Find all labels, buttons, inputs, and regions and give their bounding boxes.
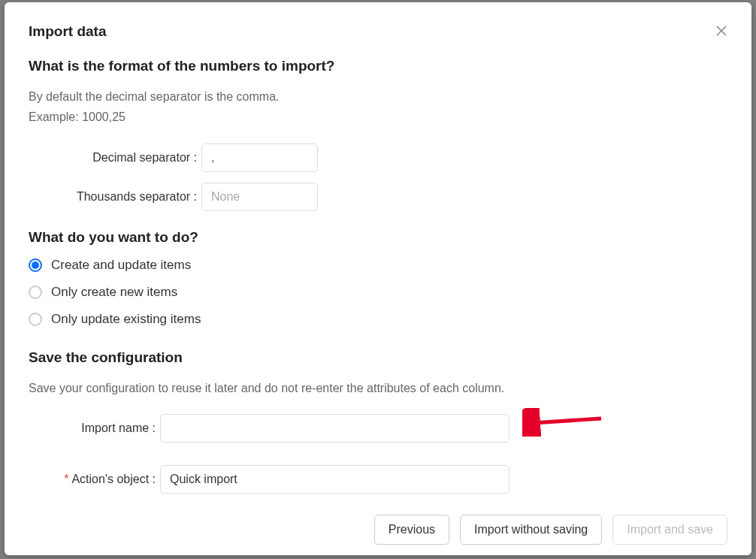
action-heading: What do you want to do? — [29, 229, 727, 246]
action-radio-group: Create and update items Only create new … — [29, 258, 727, 327]
radio-only-create[interactable]: Only create new items — [29, 285, 727, 300]
close-icon — [715, 25, 727, 37]
save-help: Save your configuration to reuse it late… — [29, 378, 727, 398]
modal-title: Import data — [29, 23, 727, 40]
action-object-label-text: Action's object : — [71, 473, 156, 485]
radio-create-update[interactable]: Create and update items — [29, 258, 727, 273]
import-data-modal: Import data What is the format of the nu… — [5, 2, 751, 555]
radio-only-update[interactable]: Only update existing items — [29, 312, 727, 327]
radio-label: Create and update items — [51, 258, 191, 273]
import-name-input[interactable] — [160, 414, 510, 443]
help-line: By default the decimal separator is the … — [29, 86, 727, 107]
save-config-section: Save the configuration Save your configu… — [29, 349, 727, 493]
import-without-saving-button[interactable]: Import without saving — [460, 515, 602, 545]
modal-footer: Previous Import without saving Import an… — [29, 515, 727, 545]
radio-icon — [29, 286, 42, 299]
import-name-row: Import name : — [29, 414, 727, 443]
help-line: Example: 1000,25 — [29, 107, 727, 127]
radio-icon — [29, 258, 42, 272]
decimal-separator-input[interactable] — [201, 144, 318, 172]
previous-button[interactable]: Previous — [374, 515, 449, 545]
action-object-label: *Action's object : — [29, 473, 160, 486]
thousands-separator-row: Thousands separator : — [29, 183, 727, 211]
radio-label: Only update existing items — [51, 312, 201, 327]
radio-icon — [29, 313, 42, 326]
action-object-row: *Action's object : — [29, 465, 727, 494]
thousands-separator-label: Thousands separator : — [29, 190, 201, 204]
number-format-section: What is the format of the numbers to imp… — [29, 58, 727, 211]
thousands-separator-input[interactable] — [201, 183, 318, 211]
required-mark: * — [64, 473, 68, 485]
close-button[interactable] — [712, 22, 730, 40]
action-section: What do you want to do? Create and updat… — [29, 229, 727, 327]
decimal-separator-row: Decimal separator : — [29, 144, 727, 172]
decimal-separator-label: Decimal separator : — [29, 151, 201, 165]
radio-label: Only create new items — [51, 285, 177, 300]
format-help: By default the decimal separator is the … — [29, 86, 727, 127]
import-name-label: Import name : — [29, 422, 160, 435]
import-and-save-button[interactable]: Import and save — [612, 515, 727, 545]
save-heading: Save the configuration — [29, 349, 727, 366]
format-heading: What is the format of the numbers to imp… — [29, 58, 727, 74]
action-object-input[interactable] — [160, 465, 510, 494]
